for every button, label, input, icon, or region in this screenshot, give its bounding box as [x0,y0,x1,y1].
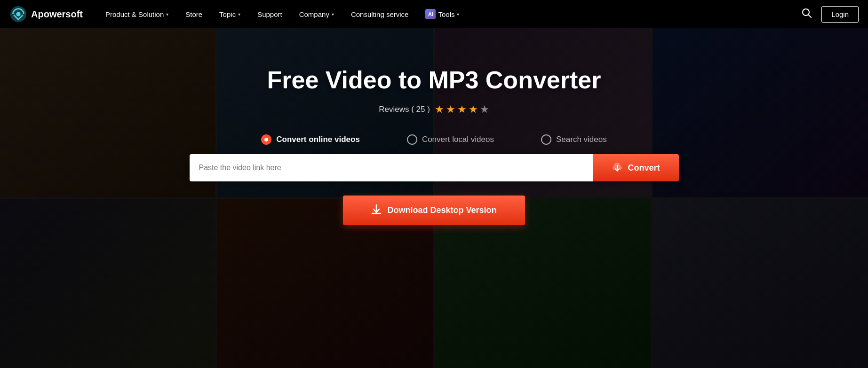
radio-circle-local [407,134,417,145]
reviews-row: Reviews ( 25 ) ★ ★ ★ ★ ★ [379,103,489,116]
star-4: ★ [469,103,478,116]
star-2: ★ [446,103,455,116]
logo-text: Apowersoft [31,9,83,20]
svg-line-3 [808,15,811,17]
radio-label-local: Convert local videos [422,135,494,144]
chevron-down-icon: ▾ [457,12,459,17]
download-desktop-button[interactable]: Download Desktop Version [343,196,525,225]
nav-company[interactable]: Company ▾ [291,0,342,28]
hero-content: Free Video to MP3 Converter Reviews ( 25… [0,66,868,225]
nav-right: Login [797,6,859,23]
radio-search-videos[interactable]: Search videos [541,134,607,145]
download-label: Download Desktop Version [387,205,496,215]
star-3: ★ [457,103,467,116]
radio-convert-local[interactable]: Convert local videos [407,134,494,145]
star-5-empty: ★ [480,103,489,116]
url-input[interactable] [190,154,593,181]
url-input-row: Convert [190,154,679,181]
radio-circle-search [541,134,551,145]
hero-section: Free Video to MP3 Converter Reviews ( 25… [0,28,868,368]
navbar: Apowersoft Product & Solution ▾ Store To… [0,0,868,28]
nav-store[interactable]: Store [177,0,211,28]
reviews-text: Reviews ( 25 ) [379,105,430,114]
radio-tabs: Convert online videos Convert local vide… [0,134,868,145]
convert-label: Convert [628,163,660,173]
radio-label-search: Search videos [556,135,607,144]
radio-circle-online [261,134,271,145]
nav-items: Product & Solution ▾ Store Topic ▾ Suppo… [97,0,797,28]
ai-icon: AI [425,9,436,19]
nav-topic[interactable]: Topic ▾ [211,0,249,28]
hero-title: Free Video to MP3 Converter [267,66,601,94]
chevron-down-icon: ▾ [238,12,240,17]
nav-product-solution[interactable]: Product & Solution ▾ [97,0,177,28]
cloud-download-icon [612,161,623,175]
radio-convert-online[interactable]: Convert online videos [261,134,360,145]
chevron-down-icon: ▾ [332,12,334,17]
logo[interactable]: Apowersoft [9,5,83,23]
star-rating: ★ ★ ★ ★ ★ [435,103,489,116]
search-icon[interactable] [797,6,817,23]
download-icon [371,204,382,217]
login-button[interactable]: Login [821,6,859,23]
nav-support[interactable]: Support [249,0,291,28]
nav-tools[interactable]: AI Tools ▾ [417,0,468,28]
convert-button[interactable]: Convert [593,154,678,181]
radio-label-online: Convert online videos [276,135,360,144]
svg-point-1 [16,12,21,16]
star-1: ★ [435,103,444,116]
nav-consulting[interactable]: Consulting service [342,0,417,28]
chevron-down-icon: ▾ [166,12,168,17]
